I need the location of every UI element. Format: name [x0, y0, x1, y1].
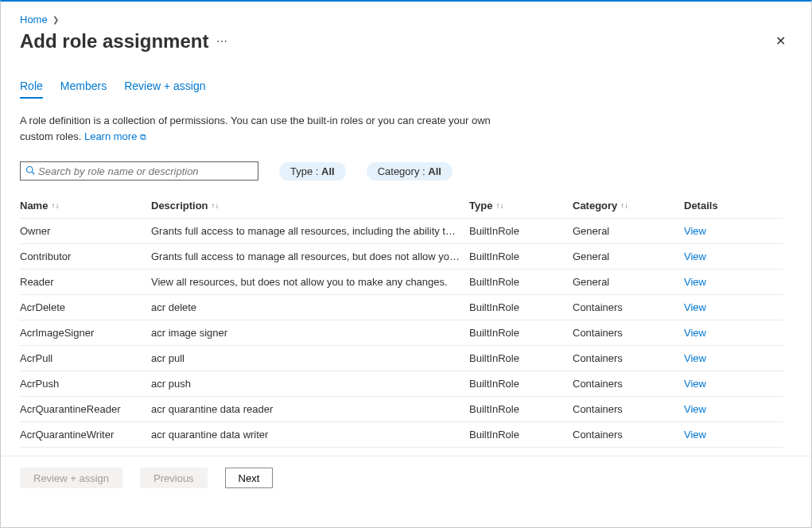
view-link[interactable]: View	[684, 352, 706, 364]
description-text: A role definition is a collection of per…	[20, 113, 513, 144]
cell-category: General	[573, 225, 684, 237]
cell-name: AcrQuarantineWriter	[20, 429, 151, 441]
cell-description: acr image signer	[151, 327, 469, 339]
close-button[interactable]: ✕	[769, 32, 792, 51]
cell-category: General	[573, 276, 684, 288]
cell-type: BuiltInRole	[469, 378, 573, 390]
table-row[interactable]: ContributorGrants full access to manage …	[20, 244, 783, 270]
cell-description: View all resources, but does not allow y…	[151, 276, 469, 288]
cell-description: acr delete	[151, 301, 469, 313]
cell-name: Owner	[20, 225, 151, 237]
view-link[interactable]: View	[684, 429, 706, 441]
type-filter-pill[interactable]: Type : All	[279, 162, 346, 181]
cell-category: Containers	[573, 429, 684, 441]
view-link[interactable]: View	[684, 276, 706, 288]
cell-name: AcrQuarantineReader	[20, 403, 151, 415]
cell-name: Reader	[20, 276, 151, 288]
cell-category: General	[573, 250, 684, 262]
external-link-icon: ⧉	[140, 132, 146, 142]
cell-name: AcrPull	[20, 352, 151, 364]
search-input-wrapper[interactable]	[20, 161, 258, 181]
cell-name: Contributor	[20, 250, 151, 262]
cell-type: BuiltInRole	[469, 276, 573, 288]
cell-description: acr pull	[151, 352, 469, 364]
cell-type: BuiltInRole	[469, 327, 573, 339]
next-button[interactable]: Next	[225, 468, 274, 488]
horizontal-scrollbar[interactable]	[1, 514, 811, 527]
column-header-category[interactable]: Category ↑↓	[573, 200, 684, 212]
sort-icon: ↑↓	[212, 201, 220, 210]
main-scroll-area[interactable]: Home ❯ Add role assignment ⋯ ✕ Role Memb…	[1, 2, 811, 456]
view-link[interactable]: View	[684, 403, 706, 415]
cell-type: BuiltInRole	[469, 403, 573, 415]
table-row[interactable]: AcrQuarantineWriteracr quarantine data w…	[20, 422, 783, 448]
table-row[interactable]: AcrDeleteacr deleteBuiltInRoleContainers…	[20, 295, 783, 320]
table-row[interactable]: AcrPullacr pullBuiltInRoleContainersView	[20, 346, 783, 371]
cell-description: acr quarantine data writer	[151, 429, 469, 441]
tab-members[interactable]: Members	[60, 80, 107, 99]
view-link[interactable]: View	[684, 225, 706, 237]
cell-category: Containers	[573, 301, 684, 313]
cell-name: AcrDelete	[20, 301, 151, 313]
view-link[interactable]: View	[684, 301, 706, 313]
svg-point-0	[27, 166, 33, 173]
column-header-description[interactable]: Description ↑↓	[151, 200, 469, 212]
column-header-name[interactable]: Name ↑↓	[20, 200, 151, 212]
chevron-right-icon: ❯	[52, 15, 59, 24]
tab-review-assign[interactable]: Review + assign	[124, 80, 205, 99]
category-filter-pill[interactable]: Category : All	[367, 162, 453, 181]
search-input[interactable]	[38, 165, 253, 177]
view-link[interactable]: View	[684, 327, 706, 339]
cell-category: Containers	[573, 327, 684, 339]
column-header-details: Details	[684, 200, 763, 212]
roles-table: Name ↑↓ Description ↑↓ Type ↑↓ Category …	[20, 193, 783, 448]
column-header-type[interactable]: Type ↑↓	[469, 200, 573, 212]
tab-role[interactable]: Role	[20, 80, 43, 99]
cell-type: BuiltInRole	[469, 301, 573, 313]
svg-line-1	[32, 172, 34, 174]
review-assign-button: Review + assign	[20, 468, 122, 488]
table-row[interactable]: OwnerGrants full access to manage all re…	[20, 219, 783, 244]
cell-type: BuiltInRole	[469, 250, 573, 262]
cell-category: Containers	[573, 352, 684, 364]
table-row[interactable]: ReaderView all resources, but does not a…	[20, 270, 783, 295]
table-row[interactable]: AcrImageSigneracr image signerBuiltInRol…	[20, 320, 783, 346]
sort-icon: ↑↓	[51, 201, 59, 210]
cell-description: acr quarantine data reader	[151, 403, 469, 415]
sort-icon: ↑↓	[495, 201, 503, 210]
cell-type: BuiltInRole	[469, 225, 573, 237]
breadcrumb-home[interactable]: Home	[20, 14, 48, 25]
view-link[interactable]: View	[684, 378, 706, 390]
page-title: Add role assignment	[20, 30, 208, 52]
table-row[interactable]: AcrPushacr pushBuiltInRoleContainersView	[20, 371, 783, 397]
cell-category: Containers	[573, 378, 684, 390]
tabs: Role Members Review + assign	[20, 80, 792, 99]
cell-description: acr push	[151, 378, 469, 390]
learn-more-link[interactable]: Learn more ⧉	[84, 130, 146, 142]
cell-type: BuiltInRole	[469, 429, 573, 441]
search-icon	[25, 165, 35, 177]
cell-type: BuiltInRole	[469, 352, 573, 364]
footer-bar: Review + assign Previous Next	[1, 456, 811, 527]
cell-category: Containers	[573, 403, 684, 415]
previous-button: Previous	[140, 468, 208, 488]
sort-icon: ↑↓	[620, 201, 628, 210]
breadcrumb: Home ❯	[20, 10, 792, 29]
more-actions-button[interactable]: ⋯	[216, 35, 228, 48]
table-row[interactable]: AcrQuarantineReaderacr quarantine data r…	[20, 397, 783, 422]
table-header: Name ↑↓ Description ↑↓ Type ↑↓ Category …	[20, 193, 783, 219]
view-link[interactable]: View	[684, 250, 706, 262]
cell-name: AcrImageSigner	[20, 327, 151, 339]
cell-description: Grants full access to manage all resourc…	[151, 250, 469, 262]
cell-description: Grants full access to manage all resourc…	[151, 225, 469, 237]
cell-name: AcrPush	[20, 378, 151, 390]
